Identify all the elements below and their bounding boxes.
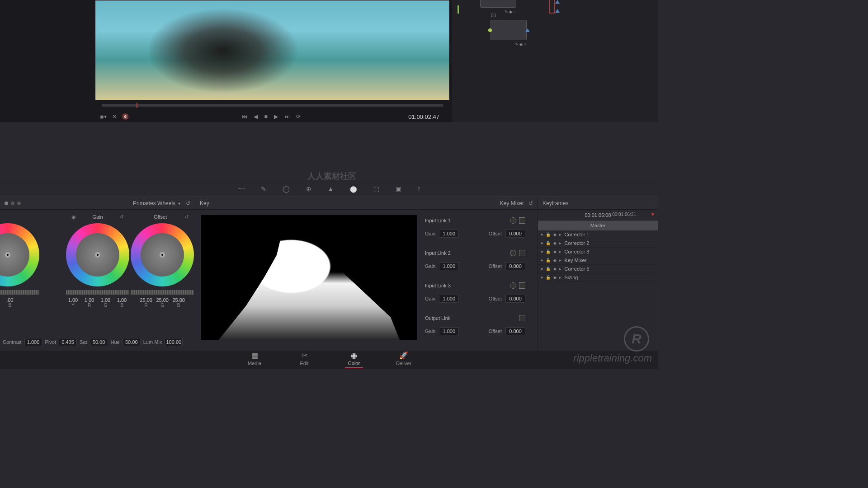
diamond-icon[interactable]: ◆: [553, 241, 557, 245]
lock-icon[interactable]: 🔒: [546, 241, 551, 245]
chevron-right-icon[interactable]: ▸: [559, 258, 561, 263]
chevron-right-icon[interactable]: ▸: [559, 232, 561, 237]
outlink-mask-icon[interactable]: [519, 315, 525, 321]
viewer-scrubber[interactable]: [102, 104, 443, 107]
outlink-offset-value[interactable]: 0.000: [505, 327, 525, 335]
node-graph[interactable]: ✎ ◆ ○ 03 ✎ ◆ ○: [452, 0, 658, 122]
reset-page-icon[interactable]: ↺: [186, 200, 190, 206]
color-wheel-lift[interactable]: [0, 223, 39, 286]
jog-offset[interactable]: [131, 290, 194, 295]
primaries-mode-dropdown[interactable]: Primaries Wheels▼: [133, 200, 181, 206]
link2-gain-value[interactable]: 1.000: [439, 262, 459, 270]
jog-lift[interactable]: [0, 290, 39, 295]
lock-icon[interactable]: 🔒: [546, 267, 551, 271]
nav-deliver[interactable]: 🚀Deliver: [395, 351, 413, 368]
track-row[interactable]: ●🔒◆▸Key Mixer: [538, 256, 658, 265]
first-frame-icon[interactable]: ⏮: [242, 113, 247, 120]
track-row[interactable]: ●🔒◆▸Corrector 5: [538, 265, 658, 273]
chevron-right-icon[interactable]: ▸: [559, 267, 561, 271]
color-wheel-gain[interactable]: [66, 223, 129, 286]
kf-playhead-icon[interactable]: ▼: [651, 212, 655, 217]
track-row[interactable]: ●🔒◆▸Corrector 2: [538, 239, 658, 248]
blur-icon[interactable]: ▲: [328, 185, 334, 192]
diamond-icon[interactable]: ◆: [553, 232, 557, 237]
link3-gain-value[interactable]: 1.000: [439, 295, 459, 303]
lock-icon[interactable]: 🔒: [546, 275, 551, 280]
link1-invert-icon[interactable]: [510, 217, 516, 224]
key-reset-icon[interactable]: ↺: [528, 200, 533, 206]
viewer-timecode[interactable]: 01:00:02:47: [408, 113, 439, 120]
pivot-value[interactable]: 0.435: [59, 338, 77, 346]
offset-g[interactable]: 25.00: [156, 297, 169, 303]
sat-value[interactable]: 50.00: [90, 338, 108, 346]
gain-b[interactable]: 1.00: [115, 297, 129, 303]
link1-gain-value[interactable]: 1.000: [439, 230, 459, 238]
node-out-tri-2[interactable]: [555, 9, 560, 13]
gain-reset-icon[interactable]: ↺: [119, 214, 123, 220]
nav-edit[interactable]: ✂Edit: [295, 351, 313, 368]
key-icon[interactable]: ⬤: [350, 185, 357, 192]
track-row[interactable]: ●🔒◆▸Corrector 1: [538, 230, 658, 239]
kf-master-row[interactable]: Master: [538, 221, 658, 230]
diamond-icon[interactable]: ◆: [553, 275, 557, 280]
gain-picker-icon[interactable]: ◉: [71, 214, 76, 220]
gain-y[interactable]: 1.00: [66, 297, 80, 303]
outlink-gain-value[interactable]: 1.000: [439, 327, 459, 335]
node-02[interactable]: ✎ ◆ ○: [480, 0, 516, 8]
track-row[interactable]: ●🔒◆▸Sizing: [538, 273, 658, 282]
lock-icon[interactable]: 🔒: [546, 232, 551, 237]
link1-offset-value[interactable]: 0.000: [505, 230, 525, 238]
node-03[interactable]: 03 ✎ ◆ ○: [491, 20, 527, 40]
panel-dots[interactable]: [5, 202, 21, 205]
contrast-value[interactable]: 1.000: [24, 338, 42, 346]
mute-icon[interactable]: 🔇: [122, 113, 129, 120]
kf-timecode[interactable]: 00:01:06:08: [585, 212, 611, 218]
node-out-tri-1[interactable]: [555, 0, 560, 4]
link3-offset-value[interactable]: 0.000: [505, 295, 525, 303]
stereo-icon[interactable]: ▣: [396, 185, 401, 192]
nav-color[interactable]: ◉Color: [345, 351, 363, 368]
unmix-icon[interactable]: ✕: [112, 113, 117, 120]
chevron-right-icon[interactable]: ▸: [559, 241, 561, 245]
data-burn-icon[interactable]: ⟟: [418, 185, 420, 193]
stop-icon[interactable]: ■: [264, 113, 267, 120]
key-mixer-label[interactable]: Key Mixer: [500, 200, 524, 206]
bypass-icon[interactable]: ◉▾: [99, 113, 107, 120]
nav-media[interactable]: ▦Media: [245, 351, 264, 368]
link3-invert-icon[interactable]: [510, 282, 516, 289]
play-reverse-icon[interactable]: ◀: [254, 113, 258, 120]
lock-icon[interactable]: 🔒: [546, 249, 551, 254]
key-matte-view[interactable]: [201, 215, 417, 340]
playhead[interactable]: [137, 103, 137, 108]
offset-reset-icon[interactable]: ↺: [184, 214, 189, 220]
link3-mask-icon[interactable]: [519, 282, 525, 289]
curves-icon[interactable]: 〰: [238, 185, 245, 192]
diamond-icon[interactable]: ◆: [553, 258, 557, 263]
qualifier-icon[interactable]: ✎: [261, 185, 266, 192]
sizing-icon[interactable]: ⬚: [373, 185, 379, 192]
window-icon[interactable]: ◯: [283, 185, 290, 192]
chevron-right-icon[interactable]: ▸: [559, 249, 561, 254]
offset-b[interactable]: 25.00: [172, 297, 185, 303]
color-wheel-offset[interactable]: [131, 223, 194, 286]
link1-mask-icon[interactable]: [519, 217, 525, 224]
partial-val[interactable]: .00: [3, 297, 17, 303]
link2-offset-value[interactable]: 0.000: [505, 262, 525, 270]
play-icon[interactable]: ▶: [274, 113, 278, 120]
offset-r[interactable]: 25.00: [139, 297, 153, 303]
track-row[interactable]: ●🔒◆▸Corrector 3: [538, 248, 658, 256]
link2-mask-icon[interactable]: [519, 250, 525, 256]
hue-value[interactable]: 50.00: [123, 338, 141, 346]
loop-icon[interactable]: ⟳: [296, 113, 301, 120]
tracker-icon[interactable]: ⊕: [306, 185, 311, 192]
lock-icon[interactable]: 🔒: [546, 258, 551, 263]
gain-g[interactable]: 1.00: [99, 297, 113, 303]
link2-invert-icon[interactable]: [510, 250, 516, 256]
last-frame-icon[interactable]: ⏭: [284, 113, 290, 120]
diamond-icon[interactable]: ◆: [553, 249, 557, 254]
chevron-right-icon[interactable]: ▸: [559, 275, 561, 280]
lummix-value[interactable]: 100.00: [165, 338, 183, 346]
node-output-tri[interactable]: [525, 28, 530, 32]
jog-gain[interactable]: [66, 290, 129, 295]
gain-r[interactable]: 1.00: [83, 297, 96, 303]
